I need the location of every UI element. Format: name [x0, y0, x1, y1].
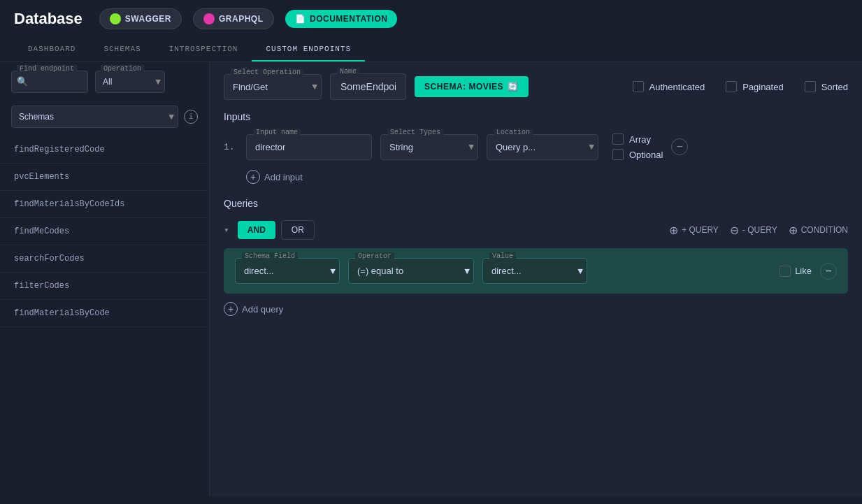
authenticated-checkbox-box[interactable]	[633, 81, 644, 92]
location-label: Location	[494, 129, 533, 136]
input-name-wrapper: Input name	[246, 134, 372, 160]
remove-query-button[interactable]: ⊖ - QUERY	[730, 224, 777, 237]
find-endpoint-wrapper: Find endpoint 🔍	[11, 71, 88, 93]
queries-toolbar: ▾ AND OR ⊕ + QUERY ⊖ - QUERY ⊕ CONDITION	[224, 220, 848, 240]
add-input-icon: +	[246, 170, 260, 184]
name-label: Name	[337, 68, 359, 75]
queries-title: Queries	[224, 198, 848, 209]
nav-tabs: DASHBOARD SCHEMAS INTROSPECTION CUSTOM E…	[0, 38, 862, 62]
swagger-button[interactable]: SWAGGER	[99, 8, 182, 29]
tab-schemas[interactable]: SCHEMAS	[89, 38, 155, 62]
refresh-icon: 🔄	[508, 82, 519, 92]
authenticated-checkbox[interactable]: Authenticated	[633, 81, 705, 92]
input-name-label: Input name	[253, 129, 301, 136]
operator-select[interactable]: (=) equal to	[348, 258, 474, 284]
remove-query-icon: ⊖	[730, 224, 739, 237]
query-action-buttons: ⊕ + QUERY ⊖ - QUERY ⊕ CONDITION	[669, 224, 848, 237]
queries-section: Queries ▾ AND OR ⊕ + QUERY ⊖ - QUERY ⊕	[224, 198, 848, 316]
location-select[interactable]: Query p...	[487, 134, 598, 160]
schema-field-wrapper: Schema Field direct... ▼	[235, 258, 340, 284]
schemas-select-wrapper: Schemas ▼	[11, 106, 178, 128]
graphql-button[interactable]: GRAPHQL	[193, 8, 274, 29]
swagger-icon	[110, 13, 121, 24]
paginated-checkbox-box[interactable]	[726, 81, 737, 92]
documentation-button[interactable]: 📄 DOCUMENTATION	[285, 10, 398, 28]
paginated-checkbox[interactable]: Paginated	[726, 81, 784, 92]
sidebar-schema-row: Schemas ▼ i	[0, 101, 209, 136]
list-item[interactable]: findMeCodes	[0, 218, 209, 245]
select-types-label: Select Types	[387, 129, 443, 136]
list-item[interactable]: findMaterialsByCode	[0, 300, 209, 327]
condition-icon: ⊕	[789, 224, 798, 237]
collapse-icon[interactable]: ▾	[224, 224, 229, 236]
optional-checkbox-box[interactable]	[612, 149, 624, 160]
tab-introspection[interactable]: INTROSPECTION	[155, 38, 252, 62]
optional-checkbox[interactable]: Optional	[612, 149, 663, 160]
list-item[interactable]: findMaterialsByCodeIds	[0, 191, 209, 218]
select-operation-label: Select Operation	[231, 69, 303, 76]
tab-custom-endpoints[interactable]: CUSTOM ENDPOINTS	[252, 38, 365, 62]
select-operation-select[interactable]: Find/Get	[224, 74, 322, 100]
inputs-title: Inputs	[224, 111, 848, 122]
query-row-container: Schema Field direct... ▼ Operator (=) eq…	[224, 248, 848, 294]
input-row: 1. Input name Select Types String ▼ Loca…	[224, 134, 848, 160]
add-query-bottom-icon: +	[224, 302, 238, 316]
tab-dashboard[interactable]: DASHBOARD	[14, 38, 89, 62]
doc-icon: 📄	[295, 14, 306, 24]
query-fields-row: Schema Field direct... ▼ Operator (=) eq…	[235, 258, 837, 284]
search-icon: 🔍	[17, 76, 28, 87]
add-input-button[interactable]: + Add input	[246, 170, 303, 184]
find-endpoint-label: Find endpoint	[17, 65, 77, 73]
schema-badge-button[interactable]: SCHEMA: MOVIES 🔄	[415, 76, 529, 97]
sidebar: Find endpoint 🔍 Operation All ▼ Schemas …	[0, 62, 210, 496]
select-types-select[interactable]: String	[380, 134, 478, 160]
location-wrapper: Location Query p... ▼	[487, 134, 598, 160]
content-top-row: Select Operation Find/Get ▼ Name SCHEMA:…	[224, 73, 848, 100]
operator-label: Operator	[355, 252, 394, 260]
sorted-checkbox-box[interactable]	[805, 81, 816, 92]
like-checkbox-box[interactable]	[780, 266, 791, 277]
name-input[interactable]	[330, 73, 406, 100]
array-checkbox[interactable]: Array	[612, 134, 663, 145]
add-query-icon: ⊕	[669, 224, 678, 237]
app-title: Database	[14, 10, 82, 28]
name-input-wrapper: Name	[330, 73, 406, 100]
operator-wrapper: Operator (=) equal to ▼	[348, 258, 474, 284]
array-optional-col: Array Optional	[612, 134, 663, 160]
main-layout: Find endpoint 🔍 Operation All ▼ Schemas …	[0, 62, 862, 496]
info-icon[interactable]: i	[184, 110, 198, 124]
header: Database SWAGGER GRAPHQL 📄 DOCUMENTATION	[0, 0, 862, 38]
select-operation-wrapper: Select Operation Find/Get ▼	[224, 74, 322, 100]
value-label: Value	[489, 252, 516, 260]
operation-select[interactable]: All	[95, 71, 165, 93]
schema-field-label: Schema Field	[242, 252, 298, 260]
select-types-wrapper: Select Types String ▼	[380, 134, 478, 160]
add-query-bottom-button[interactable]: + Add query	[224, 302, 283, 316]
value-select[interactable]: direct...	[482, 258, 587, 284]
operation-label: Operation	[101, 65, 144, 73]
sidebar-controls: Find endpoint 🔍 Operation All ▼	[0, 62, 209, 101]
content-area: Select Operation Find/Get ▼ Name SCHEMA:…	[210, 62, 862, 496]
list-item[interactable]: searchForCodes	[0, 245, 209, 273]
checkboxes-row: Authenticated Paginated Sorted	[633, 81, 848, 92]
input-name-field[interactable]	[246, 134, 372, 160]
operation-wrapper: Operation All ▼	[95, 71, 165, 93]
remove-single-query-button[interactable]: −	[820, 263, 837, 280]
schema-field-select[interactable]: direct...	[235, 258, 340, 284]
condition-button[interactable]: ⊕ CONDITION	[789, 224, 848, 237]
add-query-button[interactable]: ⊕ + QUERY	[669, 224, 719, 237]
list-item[interactable]: findRegisteredCode	[0, 136, 209, 164]
list-item[interactable]: pvcElements	[0, 164, 209, 191]
array-checkbox-box[interactable]	[612, 134, 624, 145]
inputs-section: Inputs 1. Input name Select Types String…	[224, 111, 848, 184]
or-button[interactable]: OR	[281, 220, 315, 240]
list-item[interactable]: filterCodes	[0, 273, 209, 300]
sorted-checkbox[interactable]: Sorted	[805, 81, 848, 92]
like-checkbox-item[interactable]: Like	[780, 266, 812, 277]
remove-input-button[interactable]: −	[671, 138, 688, 155]
graphql-icon	[203, 13, 215, 24]
and-button[interactable]: AND	[238, 221, 275, 239]
schemas-select[interactable]: Schemas	[11, 106, 178, 128]
input-number: 1.	[224, 142, 238, 152]
value-wrapper: Value direct... ▼	[482, 258, 587, 284]
